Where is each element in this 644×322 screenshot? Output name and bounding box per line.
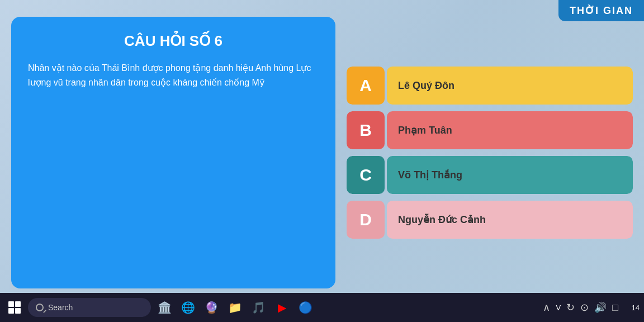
answer-d-letter: D xyxy=(347,201,385,239)
search-bar[interactable]: Search xyxy=(28,298,151,317)
answer-c-text: Võ Thị Thắng xyxy=(387,156,633,194)
taskbar: Search 🏛️ 🌐 🔮 📁 🎵 ▶ 🔵 ∧ V ↻ ⊙ 🔊 □ 14 xyxy=(0,293,644,322)
battery-icon[interactable]: □ xyxy=(612,302,618,314)
answer-b-letter: B xyxy=(347,111,385,149)
answer-b-text: Phạm Tuân xyxy=(387,111,633,149)
taskbar-app-landmark[interactable]: 🏛️ xyxy=(154,297,174,318)
start-button[interactable] xyxy=(4,297,25,318)
search-label: Search xyxy=(48,303,73,312)
wifi-icon[interactable]: ⊙ xyxy=(580,301,589,314)
answers-panel: A Lê Quý Đôn B Phạm Tuân C Võ Thị Thắng … xyxy=(347,17,633,288)
question-panel: CÂU HỎI SỐ 6 Nhân vật nào của Thái Bình … xyxy=(11,17,335,288)
refresh-icon[interactable]: ↻ xyxy=(566,301,575,314)
clock[interactable]: 14 xyxy=(623,304,640,312)
taskbar-app-chrome[interactable]: 🔵 xyxy=(295,297,315,318)
answer-a-text: Lê Quý Đôn xyxy=(387,67,633,105)
chevron-up-icon[interactable]: ∧ xyxy=(543,301,550,314)
taskbar-app-youtube[interactable]: ▶ xyxy=(272,297,292,318)
answer-d[interactable]: D Nguyễn Đức Cảnh xyxy=(347,201,633,239)
answer-c[interactable]: C Võ Thị Thắng xyxy=(347,156,633,194)
answer-c-letter: C xyxy=(347,156,385,194)
taskbar-app-copilot[interactable]: 🔮 xyxy=(201,297,221,318)
question-text: Nhân vật nào của Thái Bình được phong tặ… xyxy=(28,61,319,89)
answer-a[interactable]: A Lê Quý Đôn xyxy=(347,67,633,105)
volume-icon[interactable]: 🔊 xyxy=(594,301,607,314)
taskbar-app-media[interactable]: 🎵 xyxy=(248,297,268,318)
taskbar-right: ∧ V ↻ ⊙ 🔊 □ 14 xyxy=(543,301,640,314)
system-tray: ∧ V ↻ ⊙ 🔊 □ xyxy=(543,301,618,314)
answer-b[interactable]: B Phạm Tuân xyxy=(347,111,633,149)
main-content: CÂU HỎI SỐ 6 Nhân vật nào của Thái Bình … xyxy=(11,17,633,288)
taskbar-app-files[interactable]: 📁 xyxy=(225,297,245,318)
windows-logo-icon xyxy=(8,301,21,314)
question-title: CÂU HỎI SỐ 6 xyxy=(28,32,319,50)
language-icon[interactable]: V xyxy=(556,304,561,312)
taskbar-app-edge[interactable]: 🌐 xyxy=(178,297,198,318)
answer-d-text: Nguyễn Đức Cảnh xyxy=(387,201,633,239)
search-icon xyxy=(36,304,44,311)
answer-a-letter: A xyxy=(347,67,385,105)
